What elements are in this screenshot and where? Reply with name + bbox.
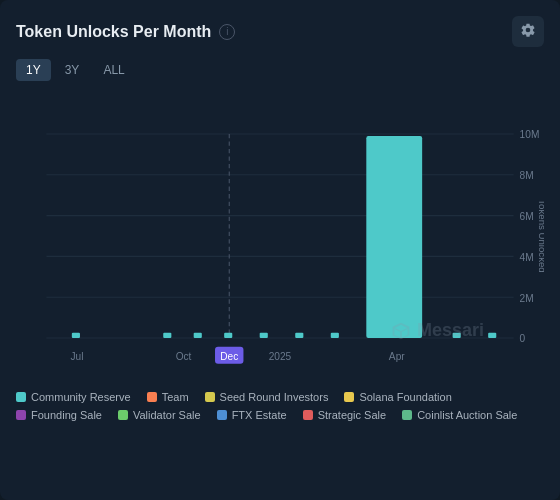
- svg-rect-26: [331, 333, 339, 338]
- chart-area: 0 2M 4M 6M 8M 10M Tokens Unlocked Jul Oc…: [16, 91, 544, 381]
- legend-dot: [16, 392, 26, 402]
- svg-rect-24: [260, 333, 268, 338]
- svg-text:8M: 8M: [520, 170, 534, 181]
- svg-rect-23: [224, 333, 232, 338]
- svg-rect-29: [366, 136, 422, 338]
- tab-1y[interactable]: 1Y: [16, 59, 51, 81]
- legend-dot: [205, 392, 215, 402]
- legend-item: FTX Estate: [217, 409, 287, 421]
- svg-rect-20: [72, 333, 80, 338]
- legend-label: FTX Estate: [232, 409, 287, 421]
- svg-text:2M: 2M: [520, 292, 534, 303]
- legend-item: Community Reserve: [16, 391, 131, 403]
- legend-item: Solana Foundation: [344, 391, 451, 403]
- legend-label: Strategic Sale: [318, 409, 386, 421]
- svg-text:6M: 6M: [520, 211, 534, 222]
- svg-text:2025: 2025: [269, 350, 292, 361]
- svg-rect-28: [488, 333, 496, 338]
- svg-text:Apr: Apr: [389, 350, 405, 361]
- legend-item: Coinlist Auction Sale: [402, 409, 517, 421]
- legend-label: Solana Foundation: [359, 391, 451, 403]
- svg-text:Dec: Dec: [220, 350, 238, 361]
- legend-label: Seed Round Investors: [220, 391, 329, 403]
- legend-label: Community Reserve: [31, 391, 131, 403]
- legend-item: Seed Round Investors: [205, 391, 329, 403]
- svg-text:0: 0: [520, 333, 526, 344]
- legend-dot: [303, 410, 313, 420]
- svg-text:4M: 4M: [520, 251, 534, 262]
- tab-all[interactable]: ALL: [93, 59, 134, 81]
- messari-logo-icon: [391, 321, 411, 341]
- camera-button[interactable]: [512, 16, 544, 47]
- legend: Community ReserveTeamSeed Round Investor…: [16, 391, 544, 421]
- legend-item: Validator Sale: [118, 409, 201, 421]
- svg-rect-25: [295, 333, 303, 338]
- legend-item: Strategic Sale: [303, 409, 386, 421]
- legend-dot: [402, 410, 412, 420]
- legend-dot: [344, 392, 354, 402]
- camera-icon: [520, 22, 536, 38]
- legend-dot: [217, 410, 227, 420]
- svg-rect-22: [194, 333, 202, 338]
- tab-3y[interactable]: 3Y: [55, 59, 90, 81]
- header: Token Unlocks Per Month i: [16, 16, 544, 47]
- page-title: Token Unlocks Per Month: [16, 23, 211, 41]
- svg-text:10M: 10M: [520, 129, 540, 140]
- title-row: Token Unlocks Per Month i: [16, 23, 235, 41]
- legend-dot: [118, 410, 128, 420]
- legend-dot: [147, 392, 157, 402]
- legend-label: Coinlist Auction Sale: [417, 409, 517, 421]
- svg-text:Oct: Oct: [176, 350, 192, 361]
- svg-text:Jul: Jul: [70, 350, 83, 361]
- legend-label: Founding Sale: [31, 409, 102, 421]
- card: Token Unlocks Per Month i 1Y 3Y ALL 0 2M: [0, 0, 560, 500]
- legend-item: Team: [147, 391, 189, 403]
- legend-label: Validator Sale: [133, 409, 201, 421]
- svg-text:Tokens Unlocked: Tokens Unlocked: [537, 199, 544, 272]
- legend-label: Team: [162, 391, 189, 403]
- time-tabs: 1Y 3Y ALL: [16, 59, 544, 81]
- svg-rect-21: [163, 333, 171, 338]
- info-icon[interactable]: i: [219, 24, 235, 40]
- legend-item: Founding Sale: [16, 409, 102, 421]
- watermark: Messari: [391, 320, 484, 341]
- legend-dot: [16, 410, 26, 420]
